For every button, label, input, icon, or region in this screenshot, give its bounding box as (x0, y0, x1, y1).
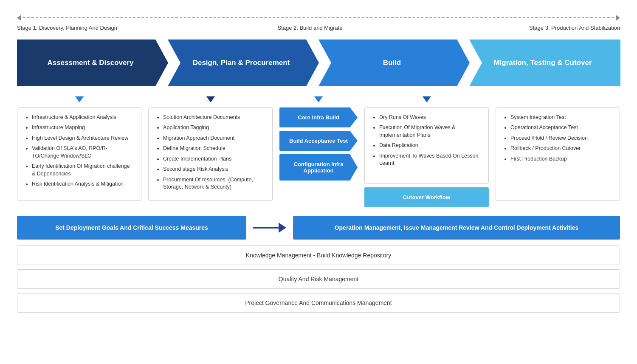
list-item: Dry Runs Of Waves (379, 114, 482, 121)
col-testing: System Integration Test Operational Acce… (492, 96, 620, 207)
deployment-arrow (253, 223, 286, 233)
down-arrow-1-wrapper (17, 96, 141, 102)
list-item: Application Tagging (163, 124, 265, 132)
list-item: Migration Approach Document (163, 135, 265, 142)
list-item: Data Replication (379, 142, 482, 150)
knowledge-bar-1: Knowledge Management - Build Knowledge R… (17, 245, 620, 265)
list-item: Procurement Of resources. (Compute, Stor… (163, 176, 265, 191)
assessment-bullet-box: Infrastructure & Application Analysis In… (17, 107, 141, 201)
knowledge-rows: Knowledge Management - Build Knowledge R… (17, 245, 620, 313)
operation-management-bar: Operation Management, Issue Management R… (293, 216, 620, 240)
stage-label-1: Stage 1: Discovery, Planning And Design (17, 25, 136, 32)
timeline-arrow-line (17, 13, 620, 23)
chevron-design: Design, Plan & Procurement (168, 40, 319, 86)
chevron-build-label: Build (383, 59, 401, 67)
testing-list: System Integration Test Operational Acce… (503, 114, 613, 163)
list-item: Infrastructure & Application Analysis (32, 114, 134, 121)
stage-labels-row: Stage 1: Discovery, Planning And Design … (17, 25, 620, 32)
dashed-line (23, 17, 614, 18)
list-item: Define Migration Schedule (163, 145, 265, 152)
col-assessment: Infrastructure & Application Analysis In… (17, 96, 145, 207)
build-items: Core Infra Build Build Acceptance Test C… (279, 107, 358, 181)
list-item: First Production Backup (510, 155, 613, 163)
stage-label-3: Stage 3: Production And Stabilization (484, 25, 620, 32)
list-item: Improvement To Waves Based On Lesson Lea… (379, 152, 482, 167)
list-item: Operational Acceptance Test (510, 124, 613, 132)
down-arrow-3-icon (314, 96, 323, 102)
chevron-assessment-label: Assessment & Discovery (47, 59, 133, 67)
knowledge-bar-2: Quality And Risk Management (17, 269, 620, 289)
list-item: Create Implementation Plans (163, 155, 265, 163)
core-infra-build: Core Infra Build (279, 107, 358, 127)
col-design: Solution Architecture Documents Applicat… (145, 96, 276, 207)
arrow-left-icon (17, 15, 21, 21)
list-item: Solution Architecture Documents (163, 114, 265, 121)
col-build: Core Infra Build Build Acceptance Test C… (276, 96, 361, 207)
cutover-list: Dry Runs Of Waves Execution Of Migration… (372, 114, 482, 167)
down-arrow-4-icon (423, 96, 431, 102)
page-wrapper: Stage 1: Discovery, Planning And Design … (0, 0, 637, 325)
chevron-design-label: Design, Plan & Procurement (193, 59, 290, 67)
chevron-migration: Migration, Testing & Cutover (469, 40, 620, 86)
timeline-section: Stage 1: Discovery, Planning And Design … (17, 8, 620, 32)
list-item: High Level Design & Architecture Review (32, 135, 134, 142)
chevron-banner: Assessment & Discovery Design, Plan & Pr… (17, 40, 620, 86)
list-item: Early Identification Of Migration challe… (32, 163, 134, 178)
dep-arrow-body (253, 227, 279, 229)
cutover-workflow-bar: Cutover Workflow (364, 187, 489, 207)
knowledge-bar-3: Project Governance And Communications Ma… (17, 293, 620, 313)
down-arrow-1-icon (75, 96, 84, 102)
deployment-goals-bar: Set Deployment Goals And Critical Succes… (17, 216, 246, 240)
deployment-row: Set Deployment Goals And Critical Succes… (17, 216, 620, 240)
down-arrow-5-wrapper (496, 96, 620, 102)
assessment-list: Infrastructure & Application Analysis In… (24, 114, 134, 188)
list-item: Proceed /Hold / Review Decision (510, 135, 613, 142)
chevron-build: Build (318, 40, 470, 86)
main-grid: Infrastructure & Application Analysis In… (17, 96, 620, 207)
chevron-migration-label: Migration, Testing & Cutover (493, 59, 592, 67)
cutover-col: Dry Runs Of Waves Execution Of Migration… (364, 107, 489, 207)
build-acceptance-test: Build Acceptance Test (279, 131, 358, 151)
list-item: Risk Identification Analysis & Mitigatio… (32, 181, 134, 188)
col-cutover-bullets: Dry Runs Of Waves Execution Of Migration… (361, 96, 492, 207)
design-bullet-box: Solution Architecture Documents Applicat… (148, 107, 273, 201)
down-arrow-3-wrapper (279, 96, 358, 102)
cutover-bullet-box: Dry Runs Of Waves Execution Of Migration… (364, 107, 489, 184)
list-item: System Integration Test (510, 114, 613, 121)
down-arrow-2-wrapper (148, 96, 273, 102)
testing-bullet-box: System Integration Test Operational Acce… (496, 107, 620, 201)
list-item: Second stage Risk Analysis (163, 166, 265, 173)
design-list: Solution Architecture Documents Applicat… (155, 114, 265, 191)
list-item: Execution Of Migration Waves & Implement… (379, 124, 482, 139)
down-arrow-2-icon (206, 96, 215, 102)
config-infra-application: Configuration Infra Application (279, 154, 358, 181)
dep-arrow-head-icon (279, 223, 286, 233)
arrow-right-icon (616, 15, 620, 21)
list-item: Rollback / Production Cutover (510, 145, 613, 152)
list-item: Infrastructure Mapping (32, 124, 134, 132)
down-arrow-4-wrapper (364, 96, 489, 102)
chevron-assessment: Assessment & Discovery (17, 40, 168, 86)
list-item: Validation Of SLA's AO, RPO/R-TO/Change … (32, 145, 134, 160)
stage-label-2: Stage 2: Build and Migrate (136, 25, 484, 32)
